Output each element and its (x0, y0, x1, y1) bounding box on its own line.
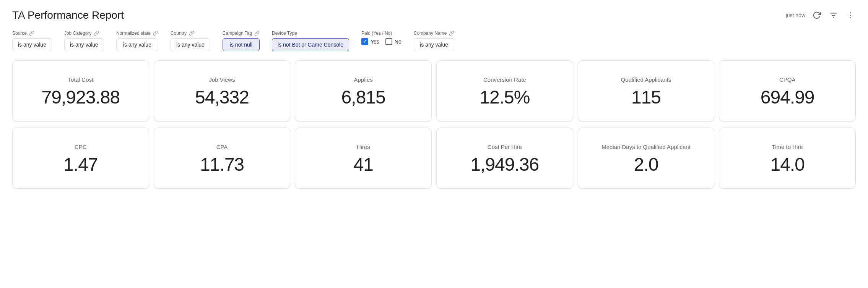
metric-value: 54,332 (195, 88, 249, 107)
filter-group-campaign-tag: Campaign Tag is not null (223, 31, 260, 51)
filter-group-job-category: Job Category is any value (64, 31, 104, 51)
link-icon (94, 31, 99, 36)
metric-card: CPC1.47 (12, 128, 149, 189)
filter-group-device-type: Device Type is not Bot or Game Console (272, 31, 349, 51)
paid-no-checkbox[interactable] (385, 38, 392, 45)
metric-value: 41 (353, 155, 373, 174)
page-title: TA Performance Report (12, 9, 124, 21)
metric-card: Applies6,815 (295, 60, 432, 121)
metric-label: Cost Per Hire (488, 143, 522, 151)
metric-value: 11.73 (200, 155, 244, 174)
metric-card: Qualified Applicants115 (578, 60, 715, 121)
metric-card: Median Days to Qualified Applicant2.0 (578, 128, 715, 189)
metric-card: Total Cost79,923.88 (12, 60, 149, 121)
filter-chip-source[interactable]: is any value (12, 38, 52, 51)
metric-value: 2.0 (634, 155, 658, 174)
metric-label: Qualified Applicants (621, 76, 671, 84)
svg-point-4 (850, 15, 851, 16)
filter-label-normalized-state: Normalized state (116, 31, 158, 36)
metric-label: CPC (75, 143, 87, 151)
metric-label: Median Days to Qualified Applicant (601, 143, 691, 151)
metric-value: 115 (631, 88, 661, 107)
filter-group-country: Country is any value (171, 31, 210, 51)
metric-label: Hires (357, 143, 370, 151)
metric-label: Job Views (209, 76, 235, 84)
link-icon (254, 31, 260, 36)
link-icon (153, 31, 158, 36)
svg-point-3 (850, 12, 851, 13)
metric-value: 1,949.36 (470, 155, 539, 174)
filter-chip-company-name[interactable]: is any value (414, 38, 455, 51)
metric-value: 6,815 (341, 88, 385, 107)
filter-icon[interactable] (828, 10, 839, 21)
filter-label-company-name: Company Name (414, 31, 455, 36)
metric-label: Applies (354, 76, 373, 84)
paid-yes-option[interactable]: ✓ Yes (361, 38, 379, 45)
filter-label-campaign-tag: Campaign Tag (223, 31, 260, 36)
metric-card: CPA11.73 (154, 128, 291, 189)
header-actions: just now (786, 10, 856, 21)
metric-card: Job Views54,332 (154, 60, 291, 121)
more-options-icon[interactable] (845, 10, 856, 21)
paid-no-label: No (395, 39, 401, 45)
filter-group-paid: Paid (Yes / No) ✓ Yes No (361, 31, 401, 45)
filter-group-source: Source is any value (12, 31, 52, 51)
metric-card: Hires41 (295, 128, 432, 189)
refresh-icon[interactable] (811, 10, 822, 21)
filter-group-normalized-state: Normalized state is any value (116, 31, 158, 51)
metric-label: Time to Hire (772, 143, 803, 151)
metric-label: Total Cost (68, 76, 93, 84)
paid-no-option[interactable]: No (385, 38, 401, 45)
metrics-grid-row2: CPC1.47CPA11.73Hires41Cost Per Hire1,949… (0, 125, 868, 192)
metric-label: CPQA (779, 76, 796, 84)
filter-label-paid: Paid (Yes / No) (361, 31, 401, 36)
filter-label-job-category: Job Category (64, 31, 104, 36)
paid-options: ✓ Yes No (361, 38, 401, 45)
metric-card: Time to Hire14.0 (719, 128, 856, 189)
metric-value: 12.5% (480, 88, 530, 107)
metric-label: CPA (216, 143, 228, 151)
filter-chip-country[interactable]: is any value (171, 38, 210, 51)
link-icon (189, 31, 194, 36)
metric-value: 79,923.88 (42, 88, 120, 107)
filter-chip-device-type[interactable]: is not Bot or Game Console (272, 38, 349, 51)
link-icon (29, 31, 34, 36)
filter-chip-job-category[interactable]: is any value (64, 38, 104, 51)
metric-label: Conversion Rate (483, 76, 526, 84)
paid-yes-label: Yes (371, 39, 379, 45)
filter-group-company-name: Company Name is any value (414, 31, 455, 51)
filters-section: Source is any value Job Category is any … (0, 28, 868, 57)
metric-card: Conversion Rate12.5% (436, 60, 573, 121)
filter-label-device-type: Device Type (272, 31, 349, 36)
metrics-grid-row1: Total Cost79,923.88Job Views54,332Applie… (0, 57, 868, 125)
timestamp: just now (786, 12, 805, 18)
metric-value: 14.0 (770, 155, 804, 174)
metric-card: CPQA694.99 (719, 60, 856, 121)
filter-chip-campaign-tag[interactable]: is not null (223, 38, 260, 51)
metric-value: 1.47 (63, 155, 98, 174)
metric-card: Cost Per Hire1,949.36 (436, 128, 573, 189)
paid-yes-checkbox[interactable]: ✓ (361, 38, 368, 45)
filter-chip-normalized-state[interactable]: is any value (116, 38, 158, 51)
filter-label-source: Source (12, 31, 52, 36)
metric-value: 694.99 (761, 88, 814, 107)
svg-point-5 (850, 17, 851, 18)
filter-label-country: Country (171, 31, 210, 36)
header: TA Performance Report just now (0, 0, 868, 28)
link-icon (449, 31, 454, 36)
